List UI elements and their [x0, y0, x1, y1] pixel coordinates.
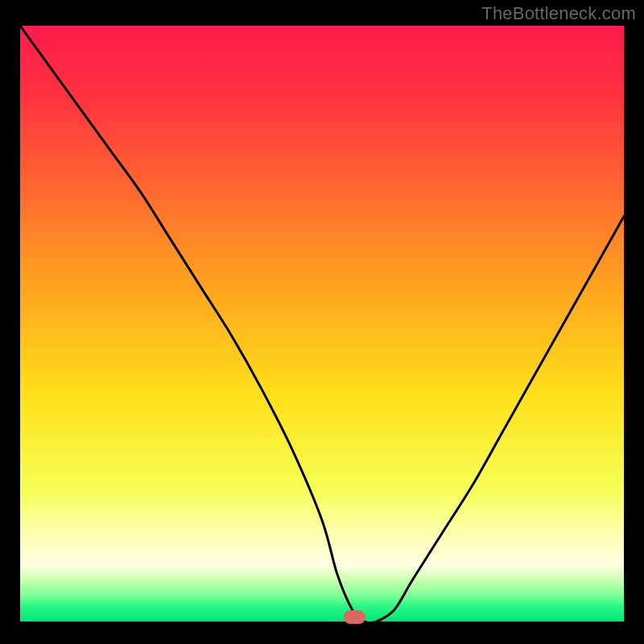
- plot-background-gradient: [20, 26, 624, 621]
- optimal-marker: [344, 610, 365, 624]
- chart-frame: TheBottleneck.com: [0, 0, 644, 644]
- attribution-label: TheBottleneck.com: [481, 3, 636, 24]
- bottleneck-plot: [20, 26, 624, 621]
